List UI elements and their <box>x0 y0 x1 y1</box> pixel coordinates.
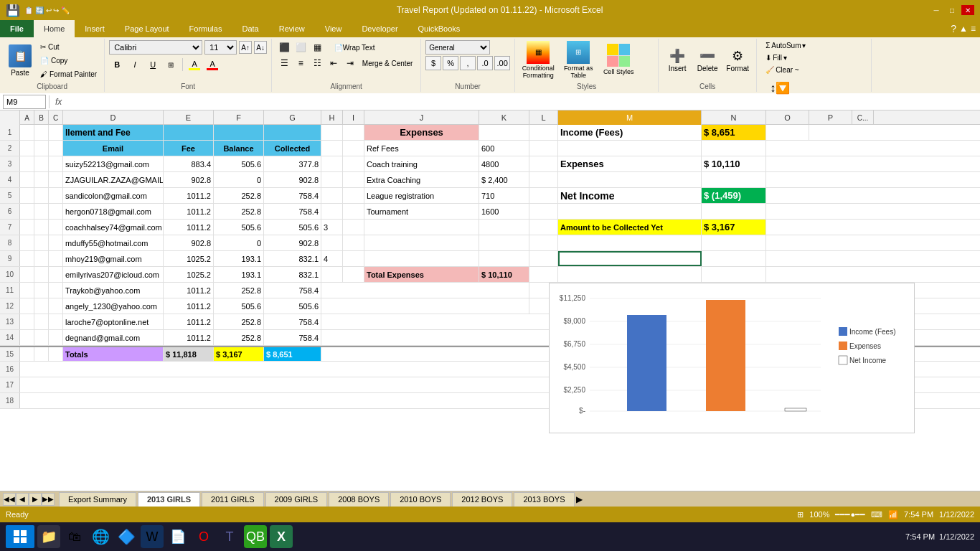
cell-K6[interactable]: 1600 <box>479 204 529 219</box>
cell-A4[interactable] <box>20 172 34 187</box>
cell-I4[interactable] <box>343 172 364 187</box>
row-header-4[interactable]: 4 <box>0 172 20 187</box>
cell-C15[interactable] <box>49 347 63 361</box>
cell-E14[interactable]: 1011.2 <box>164 330 214 345</box>
cell-B15[interactable] <box>34 347 49 361</box>
cell-G5[interactable]: 758.4 <box>264 188 321 203</box>
cell-F2[interactable]: Balance <box>214 141 264 156</box>
row-header-11[interactable]: 11 <box>0 283 20 298</box>
cell-G14[interactable]: 758.4 <box>264 330 321 345</box>
format-as-table-btn[interactable]: ⊞ Format as Table <box>560 40 597 80</box>
cell-B14[interactable] <box>34 330 49 345</box>
cell-L2[interactable] <box>529 141 558 156</box>
cell-F15[interactable]: $ 3,167 <box>214 347 264 361</box>
cell-N4[interactable] <box>702 172 766 187</box>
cell-B5[interactable] <box>34 188 49 203</box>
tab-data[interactable]: Data <box>232 20 268 37</box>
cell-F3[interactable]: 505.6 <box>214 156 264 171</box>
row-header-12[interactable]: 12 <box>0 298 20 314</box>
cell-G6[interactable]: 758.4 <box>264 204 321 219</box>
start-button[interactable] <box>6 525 34 548</box>
taskbar-word[interactable]: W <box>141 525 164 548</box>
format-cells-btn[interactable]: ⚙ Format <box>723 40 752 80</box>
fill-btn[interactable]: ⬇ Fill ▾ <box>761 52 867 63</box>
comma-btn[interactable]: , <box>460 56 476 70</box>
minimize-btn[interactable]: ─ <box>930 5 943 15</box>
row-header-8[interactable]: 8 <box>0 235 20 250</box>
cell-row18[interactable] <box>20 393 565 408</box>
cell-E6[interactable]: 1011.2 <box>164 204 214 219</box>
sheet-tab-2012boys[interactable]: 2012 BOYS <box>452 492 512 507</box>
cell-A9[interactable] <box>20 251 34 266</box>
row-header-16[interactable]: 16 <box>0 362 20 377</box>
cell-G11[interactable]: 758.4 <box>264 283 321 298</box>
taskbar-excel[interactable]: X <box>270 525 293 548</box>
cell-H1[interactable] <box>321 125 343 140</box>
cell-K2[interactable]: 600 <box>479 141 529 156</box>
conditional-formatting-btn[interactable]: ▦ Conditional Formatting <box>519 40 557 80</box>
taskbar-docs[interactable]: 📄 <box>166 525 189 548</box>
cell-B8[interactable] <box>34 235 49 250</box>
underline-button[interactable]: U <box>145 57 161 72</box>
cell-N2[interactable] <box>702 141 766 156</box>
cell-H8[interactable] <box>321 235 343 250</box>
row-header-10[interactable]: 10 <box>0 267 20 282</box>
taskbar-teams[interactable]: T <box>218 525 241 548</box>
cell-K3[interactable]: 4800 <box>479 156 529 171</box>
cell-J1[interactable]: Expenses <box>364 125 479 140</box>
cell-G12[interactable]: 505.6 <box>264 298 321 314</box>
col-H-header[interactable]: H <box>321 110 343 125</box>
page-layout-btn[interactable]: ⊞ <box>797 510 804 519</box>
cell-K4[interactable]: $ 2,400 <box>479 172 529 187</box>
col-A-header[interactable]: A <box>20 110 34 125</box>
cell-N7[interactable]: $ 3,167 <box>702 220 766 235</box>
currency-btn[interactable]: $ <box>425 56 441 70</box>
cell-F7[interactable]: 505.6 <box>214 220 264 235</box>
row-header-1[interactable]: 1 <box>0 125 20 140</box>
number-format-select[interactable]: General <box>425 40 490 55</box>
cell-E1[interactable] <box>164 125 214 140</box>
cell-G1[interactable] <box>264 125 321 140</box>
tab-view[interactable]: View <box>315 20 352 37</box>
cell-K5[interactable]: 710 <box>479 188 529 203</box>
cell-D3[interactable]: suizy52213@gmail.com <box>63 156 164 171</box>
merge-center-btn[interactable]: Merge & Center <box>359 56 416 70</box>
cell-A13[interactable] <box>20 314 34 329</box>
taskbar-edge[interactable]: 🔷 <box>115 525 138 548</box>
chart-container[interactable]: $11,250 $9,000 $6,750 $4,500 $2,250 $- I… <box>549 283 915 433</box>
cell-E9[interactable]: 1025.2 <box>164 251 214 266</box>
cell-E15[interactable]: $ 11,818 <box>164 347 214 361</box>
cell-A15[interactable] <box>20 347 34 361</box>
cell-I5[interactable] <box>343 188 364 203</box>
cell-F1[interactable] <box>214 125 264 140</box>
cell-E7[interactable]: 1011.2 <box>164 220 214 235</box>
tab-page-layout[interactable]: Page Layout <box>115 20 179 37</box>
col-M-header[interactable]: M <box>558 110 702 125</box>
font-size-select[interactable]: 11 <box>204 40 237 55</box>
cell-A11[interactable] <box>20 283 34 298</box>
align-left-btn[interactable]: ☰ <box>276 56 292 70</box>
cell-G10[interactable]: 832.1 <box>264 267 321 282</box>
cut-button[interactable]: ✂ Cut <box>37 40 100 53</box>
cell-K8[interactable] <box>479 235 529 250</box>
cell-D14[interactable]: degnand@gmail.com <box>63 330 164 345</box>
cell-E12[interactable]: 1011.2 <box>164 298 214 314</box>
cell-M5[interactable]: Net Income <box>558 188 702 203</box>
cell-D13[interactable]: laroche7@optonline.net <box>63 314 164 329</box>
decrease-decimal-btn[interactable]: .0 <box>477 56 493 70</box>
cell-I8[interactable] <box>343 235 364 250</box>
cell-J9[interactable] <box>364 251 479 266</box>
col-P-header[interactable]: P <box>809 110 852 125</box>
cell-L3[interactable] <box>529 156 558 171</box>
cell-I1[interactable] <box>343 125 364 140</box>
sheet-tab-last-btn[interactable]: ▶▶ <box>42 493 55 506</box>
cell-F9[interactable]: 193.1 <box>214 251 264 266</box>
cell-N8[interactable] <box>702 235 766 250</box>
cell-J5[interactable]: League registration <box>364 188 479 203</box>
highlight-color-button[interactable]: A <box>187 57 202 72</box>
cell-row17[interactable] <box>20 377 565 392</box>
cell-O1[interactable] <box>766 125 809 140</box>
cell-row16[interactable] <box>20 362 565 377</box>
cell-G8[interactable]: 902.8 <box>264 235 321 250</box>
cell-G3[interactable]: 377.8 <box>264 156 321 171</box>
